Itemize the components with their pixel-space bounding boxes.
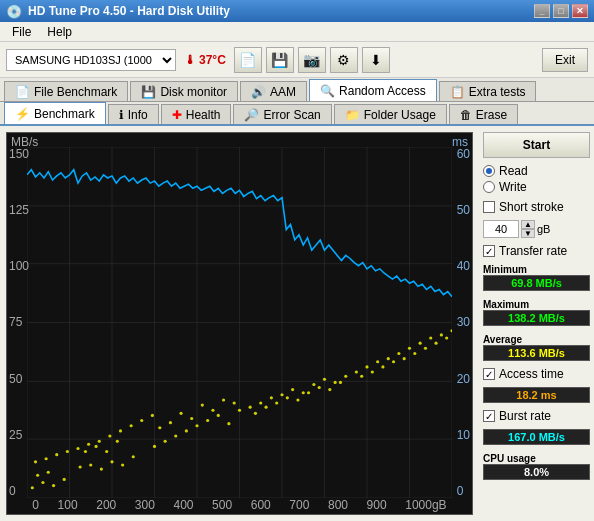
svg-point-70	[355, 371, 358, 374]
access-time-checkbox-item[interactable]: Access time	[483, 367, 590, 381]
burst-rate-checkbox[interactable]	[483, 410, 495, 422]
svg-point-90	[45, 457, 48, 460]
toolbar-btn-2[interactable]: 💾	[266, 47, 294, 73]
svg-point-22	[36, 474, 39, 477]
main-content: MB/s ms	[0, 126, 594, 521]
svg-point-89	[34, 460, 37, 463]
svg-point-78	[440, 333, 443, 336]
svg-point-29	[132, 455, 135, 458]
svg-point-43	[158, 426, 161, 429]
tab-folder-usage[interactable]: 📁 Folder Usage	[334, 104, 447, 124]
svg-point-27	[110, 460, 113, 463]
transfer-rate-checkbox-item[interactable]: Transfer rate	[483, 244, 590, 258]
svg-point-42	[238, 409, 241, 412]
minimum-label: Minimum	[483, 264, 590, 275]
svg-point-21	[63, 478, 66, 481]
maximum-stat: Maximum 138.2 MB/s	[483, 299, 590, 326]
svg-point-47	[201, 404, 204, 407]
average-value: 113.6 MB/s	[483, 345, 590, 361]
toolbar-btn-4[interactable]: ⚙	[330, 47, 358, 73]
svg-point-66	[307, 391, 310, 394]
svg-point-80	[360, 375, 363, 378]
svg-point-68	[328, 388, 331, 391]
spinner-down-btn[interactable]: ▼	[521, 229, 535, 238]
svg-point-30	[84, 450, 87, 453]
svg-point-72	[376, 360, 379, 363]
tab-erase[interactable]: 🗑 Erase	[449, 104, 518, 124]
svg-point-23	[47, 471, 50, 474]
svg-point-35	[164, 440, 167, 443]
maximize-btn[interactable]: □	[553, 4, 569, 18]
window-controls[interactable]: _ □ ✕	[534, 4, 588, 18]
svg-point-37	[185, 429, 188, 432]
svg-point-41	[227, 422, 230, 425]
svg-point-25	[89, 463, 92, 466]
tab-info[interactable]: ℹ Info	[108, 104, 159, 124]
spinner-input[interactable]	[483, 220, 519, 238]
temperature-display: 🌡 37°C	[180, 53, 230, 67]
svg-point-73	[387, 357, 390, 360]
spinner-up-btn[interactable]: ▲	[521, 220, 535, 229]
svg-point-82	[381, 365, 384, 368]
svg-point-96	[108, 435, 111, 438]
read-write-radio-group: Read Write	[483, 164, 590, 194]
menu-file[interactable]: File	[4, 23, 39, 41]
svg-point-53	[270, 396, 273, 399]
svg-point-33	[116, 440, 119, 443]
benchmark-icon: ⚡	[15, 107, 30, 121]
erase-icon: 🗑	[460, 108, 472, 122]
toolbar-btn-3[interactable]: 📷	[298, 47, 326, 73]
tab-disk-monitor[interactable]: 💾 Disk monitor	[130, 81, 238, 101]
right-panel: Start Read Write Short stroke ▲ ▼ gB	[479, 126, 594, 521]
svg-point-48	[211, 409, 214, 412]
svg-point-32	[105, 450, 108, 453]
health-icon: ✚	[172, 108, 182, 122]
chart-area: MB/s ms	[6, 132, 473, 515]
chart-svg	[27, 147, 452, 498]
close-btn[interactable]: ✕	[572, 4, 588, 18]
svg-point-83	[392, 360, 395, 363]
minimize-btn[interactable]: _	[534, 4, 550, 18]
maximum-value: 138.2 MB/s	[483, 310, 590, 326]
svg-point-56	[302, 391, 305, 394]
svg-point-24	[79, 465, 82, 468]
tab-random-access[interactable]: 🔍 Random Access	[309, 79, 437, 101]
svg-point-38	[195, 424, 198, 427]
svg-point-55	[291, 388, 294, 391]
start-button[interactable]: Start	[483, 132, 590, 158]
tab-error-scan[interactable]: 🔎 Error Scan	[233, 104, 331, 124]
access-time-value: 18.2 ms	[483, 387, 590, 403]
gb-unit-label: gB	[537, 223, 550, 235]
titlebar: 💿 HD Tune Pro 4.50 - Hard Disk Utility _…	[0, 0, 594, 22]
exit-button[interactable]: Exit	[542, 48, 588, 72]
menu-help[interactable]: Help	[39, 23, 80, 41]
svg-point-28	[121, 463, 124, 466]
toolbar-btn-5[interactable]: ⬇	[362, 47, 390, 73]
burst-rate-checkbox-item[interactable]: Burst rate	[483, 409, 590, 423]
average-label: Average	[483, 334, 590, 345]
svg-point-86	[424, 347, 427, 350]
write-radio-item[interactable]: Write	[483, 180, 590, 194]
read-radio-btn[interactable]	[483, 165, 495, 177]
short-stroke-checkbox[interactable]	[483, 201, 495, 213]
svg-point-64	[286, 396, 289, 399]
tab-aam[interactable]: 🔊 AAM	[240, 81, 307, 101]
transfer-rate-checkbox[interactable]	[483, 245, 495, 257]
drive-select[interactable]: SAMSUNG HD103SJ (1000 gB)	[6, 49, 176, 71]
access-time-checkbox[interactable]	[483, 368, 495, 380]
short-stroke-checkbox-item[interactable]: Short stroke	[483, 200, 590, 214]
file-benchmark-icon: 📄	[15, 85, 30, 99]
svg-point-84	[403, 357, 406, 360]
tab-health[interactable]: ✚ Health	[161, 104, 232, 124]
svg-point-44	[169, 421, 172, 424]
tab-benchmark[interactable]: ⚡ Benchmark	[4, 102, 106, 124]
svg-point-61	[254, 412, 257, 415]
tab-file-benchmark[interactable]: 📄 File Benchmark	[4, 81, 128, 101]
read-radio-item[interactable]: Read	[483, 164, 590, 178]
toolbar-btn-1[interactable]: 📄	[234, 47, 262, 73]
svg-point-99	[140, 419, 143, 422]
svg-point-60	[344, 375, 347, 378]
tab-extra-tests[interactable]: 📋 Extra tests	[439, 81, 537, 101]
write-radio-btn[interactable]	[483, 181, 495, 193]
svg-point-46	[190, 417, 193, 420]
